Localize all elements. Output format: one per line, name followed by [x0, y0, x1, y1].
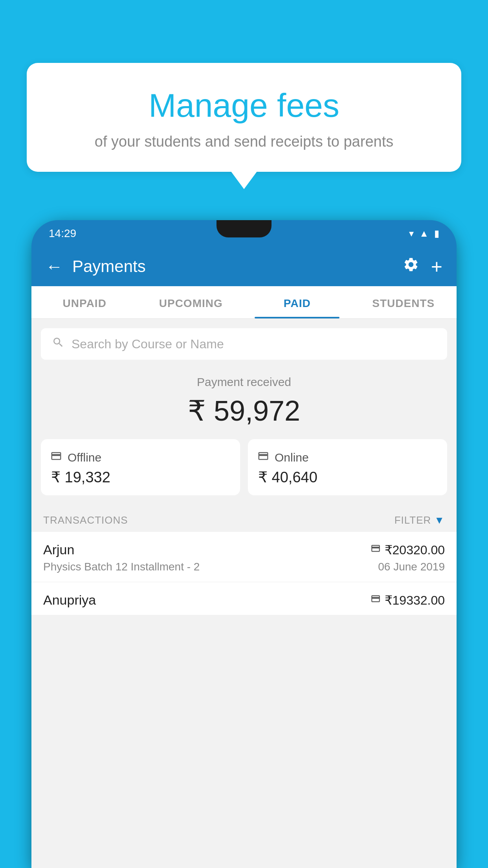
- payment-cards: Offline ₹ 19,332 Online ₹ 40,640: [31, 439, 457, 507]
- status-bar: 14:29 ▾ ▲ ▮: [31, 220, 457, 247]
- transaction-icon-1: [371, 543, 381, 556]
- transaction-row-1-top: Arjun ₹20320.00: [43, 542, 445, 557]
- tab-upcoming[interactable]: UPCOMING: [138, 286, 244, 318]
- app-toolbar: ← Payments +: [31, 247, 457, 286]
- payment-received-amount: ₹ 59,972: [41, 394, 447, 427]
- status-icons: ▾ ▲ ▮: [409, 228, 439, 239]
- signal-icon: ▲: [419, 228, 429, 239]
- transaction-name-2: Anupriya: [43, 592, 96, 608]
- offline-payment-card: Offline ₹ 19,332: [41, 439, 240, 495]
- bubble-title: Manage fees: [46, 86, 442, 125]
- offline-card-header: Offline: [50, 450, 231, 465]
- phone-frame: 14:29 ▾ ▲ ▮ ← Payments + UNPAID UPCOMING…: [31, 220, 457, 868]
- transaction-name-1: Arjun: [43, 542, 74, 557]
- status-time: 14:29: [49, 227, 76, 240]
- tab-paid[interactable]: PAID: [244, 286, 350, 318]
- settings-button[interactable]: [403, 256, 419, 277]
- online-card-header: Online: [257, 450, 438, 465]
- notch: [216, 220, 272, 237]
- tab-unpaid[interactable]: UNPAID: [31, 286, 138, 318]
- offline-icon: [50, 450, 62, 465]
- online-icon: [257, 450, 269, 465]
- tabs-bar: UNPAID UPCOMING PAID STUDENTS: [31, 286, 457, 319]
- transaction-icon-2: [371, 594, 381, 607]
- transactions-label: TRANSACTIONS: [43, 514, 394, 526]
- offline-amount: ₹ 19,332: [50, 469, 231, 486]
- transaction-desc-1: Physics Batch 12 Installment - 2: [43, 561, 200, 573]
- tab-students[interactable]: STUDENTS: [350, 286, 457, 318]
- transaction-amount-wrap-2: ₹19332.00: [371, 593, 445, 608]
- search-placeholder: Search by Course or Name: [72, 337, 224, 351]
- search-icon: [52, 336, 64, 352]
- online-amount: ₹ 40,640: [257, 469, 438, 486]
- wifi-icon: ▾: [409, 228, 414, 239]
- phone-content: Search by Course or Name Payment receive…: [31, 319, 457, 868]
- page-title: Payments: [72, 257, 403, 276]
- payment-received-label: Payment received: [41, 375, 447, 389]
- transaction-amount-1: ₹20320.00: [385, 542, 445, 557]
- search-bar[interactable]: Search by Course or Name: [41, 328, 447, 360]
- transaction-row-1[interactable]: Arjun ₹20320.00 Physics Batch 12 Install…: [31, 532, 457, 582]
- transaction-amount-wrap-1: ₹20320.00: [371, 542, 445, 557]
- transaction-date-1: 06 June 2019: [378, 561, 445, 573]
- payment-received-section: Payment received ₹ 59,972: [31, 360, 457, 439]
- transaction-amount-2: ₹19332.00: [385, 593, 445, 608]
- battery-icon: ▮: [434, 228, 439, 239]
- bubble-subtitle: of your students and send receipts to pa…: [46, 133, 442, 150]
- transactions-header: TRANSACTIONS FILTER ▼: [31, 507, 457, 532]
- online-payment-card: Online ₹ 40,640: [248, 439, 447, 495]
- add-button[interactable]: +: [431, 255, 442, 278]
- transaction-row-2-top: Anupriya ₹19332.00: [43, 592, 445, 608]
- transaction-row-2[interactable]: Anupriya ₹19332.00: [31, 582, 457, 615]
- online-label: Online: [275, 451, 309, 464]
- filter-icon: ▼: [434, 514, 445, 526]
- filter-button[interactable]: FILTER ▼: [394, 514, 445, 526]
- offline-label: Offline: [68, 451, 101, 464]
- bubble-card: Manage fees of your students and send re…: [27, 63, 461, 172]
- back-button[interactable]: ←: [46, 257, 63, 276]
- filter-text: FILTER: [394, 514, 431, 526]
- transaction-row-1-bottom: Physics Batch 12 Installment - 2 06 June…: [43, 561, 445, 573]
